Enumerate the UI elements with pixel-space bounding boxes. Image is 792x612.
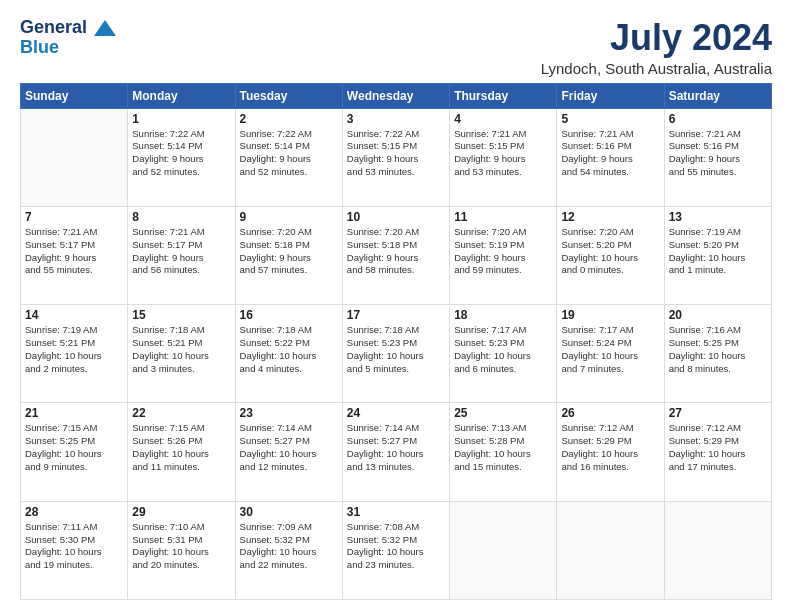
day-number: 10 — [347, 210, 445, 224]
day-number: 4 — [454, 112, 552, 126]
cell-info: Sunrise: 7:14 AMSunset: 5:27 PMDaylight:… — [347, 422, 445, 473]
calendar-cell: 4Sunrise: 7:21 AMSunset: 5:15 PMDaylight… — [450, 108, 557, 206]
calendar-cell: 16Sunrise: 7:18 AMSunset: 5:22 PMDayligh… — [235, 305, 342, 403]
calendar-cell: 17Sunrise: 7:18 AMSunset: 5:23 PMDayligh… — [342, 305, 449, 403]
cell-info: Sunrise: 7:08 AMSunset: 5:32 PMDaylight:… — [347, 521, 445, 572]
cell-info: Sunrise: 7:21 AMSunset: 5:17 PMDaylight:… — [132, 226, 230, 277]
cell-info: Sunrise: 7:17 AMSunset: 5:24 PMDaylight:… — [561, 324, 659, 375]
cell-info: Sunrise: 7:09 AMSunset: 5:32 PMDaylight:… — [240, 521, 338, 572]
calendar-cell: 23Sunrise: 7:14 AMSunset: 5:27 PMDayligh… — [235, 403, 342, 501]
day-number: 28 — [25, 505, 123, 519]
weekday-header-monday: Monday — [128, 83, 235, 108]
logo-text: General — [20, 18, 116, 38]
day-number: 27 — [669, 406, 767, 420]
cell-info: Sunrise: 7:18 AMSunset: 5:22 PMDaylight:… — [240, 324, 338, 375]
page: General Blue July 2024 Lyndoch, South Au… — [0, 0, 792, 612]
calendar-cell: 7Sunrise: 7:21 AMSunset: 5:17 PMDaylight… — [21, 206, 128, 304]
calendar-cell — [21, 108, 128, 206]
day-number: 2 — [240, 112, 338, 126]
day-number: 8 — [132, 210, 230, 224]
day-number: 7 — [25, 210, 123, 224]
cell-info: Sunrise: 7:12 AMSunset: 5:29 PMDaylight:… — [561, 422, 659, 473]
weekday-header-friday: Friday — [557, 83, 664, 108]
day-number: 1 — [132, 112, 230, 126]
logo-general: General — [20, 17, 87, 37]
day-number: 20 — [669, 308, 767, 322]
week-row-3: 14Sunrise: 7:19 AMSunset: 5:21 PMDayligh… — [21, 305, 772, 403]
day-number: 18 — [454, 308, 552, 322]
calendar-cell: 15Sunrise: 7:18 AMSunset: 5:21 PMDayligh… — [128, 305, 235, 403]
calendar-cell — [450, 501, 557, 599]
day-number: 16 — [240, 308, 338, 322]
calendar-cell: 26Sunrise: 7:12 AMSunset: 5:29 PMDayligh… — [557, 403, 664, 501]
cell-info: Sunrise: 7:18 AMSunset: 5:23 PMDaylight:… — [347, 324, 445, 375]
cell-info: Sunrise: 7:10 AMSunset: 5:31 PMDaylight:… — [132, 521, 230, 572]
calendar-cell: 10Sunrise: 7:20 AMSunset: 5:18 PMDayligh… — [342, 206, 449, 304]
cell-info: Sunrise: 7:21 AMSunset: 5:16 PMDaylight:… — [561, 128, 659, 179]
cell-info: Sunrise: 7:19 AMSunset: 5:20 PMDaylight:… — [669, 226, 767, 277]
subtitle: Lyndoch, South Australia, Australia — [541, 60, 772, 77]
cell-info: Sunrise: 7:22 AMSunset: 5:14 PMDaylight:… — [240, 128, 338, 179]
day-number: 25 — [454, 406, 552, 420]
day-number: 29 — [132, 505, 230, 519]
calendar: SundayMondayTuesdayWednesdayThursdayFrid… — [20, 83, 772, 600]
calendar-cell: 14Sunrise: 7:19 AMSunset: 5:21 PMDayligh… — [21, 305, 128, 403]
calendar-cell — [557, 501, 664, 599]
logo-blue: Blue — [20, 38, 59, 58]
logo: General Blue — [20, 18, 116, 58]
calendar-cell: 27Sunrise: 7:12 AMSunset: 5:29 PMDayligh… — [664, 403, 771, 501]
cell-info: Sunrise: 7:16 AMSunset: 5:25 PMDaylight:… — [669, 324, 767, 375]
weekday-header-thursday: Thursday — [450, 83, 557, 108]
cell-info: Sunrise: 7:19 AMSunset: 5:21 PMDaylight:… — [25, 324, 123, 375]
weekday-header-sunday: Sunday — [21, 83, 128, 108]
svg-marker-0 — [94, 20, 116, 36]
week-row-2: 7Sunrise: 7:21 AMSunset: 5:17 PMDaylight… — [21, 206, 772, 304]
day-number: 3 — [347, 112, 445, 126]
calendar-cell: 13Sunrise: 7:19 AMSunset: 5:20 PMDayligh… — [664, 206, 771, 304]
weekday-header-saturday: Saturday — [664, 83, 771, 108]
cell-info: Sunrise: 7:15 AMSunset: 5:25 PMDaylight:… — [25, 422, 123, 473]
calendar-cell: 20Sunrise: 7:16 AMSunset: 5:25 PMDayligh… — [664, 305, 771, 403]
calendar-cell: 31Sunrise: 7:08 AMSunset: 5:32 PMDayligh… — [342, 501, 449, 599]
main-title: July 2024 — [541, 18, 772, 58]
calendar-cell: 2Sunrise: 7:22 AMSunset: 5:14 PMDaylight… — [235, 108, 342, 206]
cell-info: Sunrise: 7:20 AMSunset: 5:19 PMDaylight:… — [454, 226, 552, 277]
cell-info: Sunrise: 7:15 AMSunset: 5:26 PMDaylight:… — [132, 422, 230, 473]
weekday-header-tuesday: Tuesday — [235, 83, 342, 108]
cell-info: Sunrise: 7:20 AMSunset: 5:18 PMDaylight:… — [240, 226, 338, 277]
calendar-cell: 28Sunrise: 7:11 AMSunset: 5:30 PMDayligh… — [21, 501, 128, 599]
header: General Blue July 2024 Lyndoch, South Au… — [20, 18, 772, 77]
calendar-cell: 5Sunrise: 7:21 AMSunset: 5:16 PMDaylight… — [557, 108, 664, 206]
calendar-cell: 24Sunrise: 7:14 AMSunset: 5:27 PMDayligh… — [342, 403, 449, 501]
calendar-cell: 19Sunrise: 7:17 AMSunset: 5:24 PMDayligh… — [557, 305, 664, 403]
day-number: 17 — [347, 308, 445, 322]
day-number: 26 — [561, 406, 659, 420]
cell-info: Sunrise: 7:21 AMSunset: 5:15 PMDaylight:… — [454, 128, 552, 179]
day-number: 15 — [132, 308, 230, 322]
weekday-header-wednesday: Wednesday — [342, 83, 449, 108]
calendar-cell: 29Sunrise: 7:10 AMSunset: 5:31 PMDayligh… — [128, 501, 235, 599]
day-number: 21 — [25, 406, 123, 420]
calendar-cell: 3Sunrise: 7:22 AMSunset: 5:15 PMDaylight… — [342, 108, 449, 206]
calendar-cell: 30Sunrise: 7:09 AMSunset: 5:32 PMDayligh… — [235, 501, 342, 599]
calendar-cell: 8Sunrise: 7:21 AMSunset: 5:17 PMDaylight… — [128, 206, 235, 304]
cell-info: Sunrise: 7:12 AMSunset: 5:29 PMDaylight:… — [669, 422, 767, 473]
calendar-cell: 18Sunrise: 7:17 AMSunset: 5:23 PMDayligh… — [450, 305, 557, 403]
cell-info: Sunrise: 7:21 AMSunset: 5:17 PMDaylight:… — [25, 226, 123, 277]
cell-info: Sunrise: 7:11 AMSunset: 5:30 PMDaylight:… — [25, 521, 123, 572]
day-number: 12 — [561, 210, 659, 224]
cell-info: Sunrise: 7:20 AMSunset: 5:20 PMDaylight:… — [561, 226, 659, 277]
day-number: 9 — [240, 210, 338, 224]
logo-icon — [94, 20, 116, 36]
cell-info: Sunrise: 7:18 AMSunset: 5:21 PMDaylight:… — [132, 324, 230, 375]
calendar-cell: 25Sunrise: 7:13 AMSunset: 5:28 PMDayligh… — [450, 403, 557, 501]
day-number: 24 — [347, 406, 445, 420]
title-block: July 2024 Lyndoch, South Australia, Aust… — [541, 18, 772, 77]
cell-info: Sunrise: 7:20 AMSunset: 5:18 PMDaylight:… — [347, 226, 445, 277]
calendar-cell: 21Sunrise: 7:15 AMSunset: 5:25 PMDayligh… — [21, 403, 128, 501]
day-number: 19 — [561, 308, 659, 322]
calendar-cell — [664, 501, 771, 599]
cell-info: Sunrise: 7:13 AMSunset: 5:28 PMDaylight:… — [454, 422, 552, 473]
week-row-1: 1Sunrise: 7:22 AMSunset: 5:14 PMDaylight… — [21, 108, 772, 206]
cell-info: Sunrise: 7:14 AMSunset: 5:27 PMDaylight:… — [240, 422, 338, 473]
